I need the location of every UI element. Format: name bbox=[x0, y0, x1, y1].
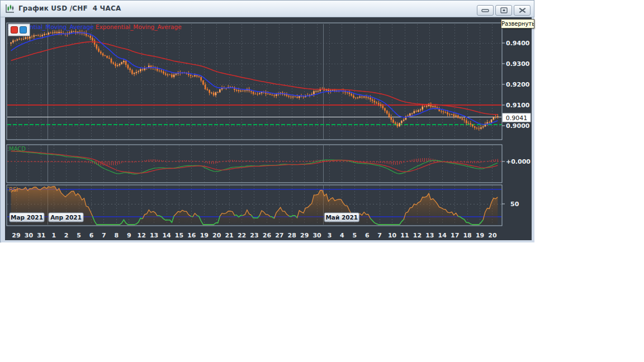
month-badge-label: Мар 2021 bbox=[11, 214, 43, 221]
day-label: 28 bbox=[288, 232, 296, 239]
day-label: 6 bbox=[365, 232, 370, 239]
rsi-label: RSI bbox=[9, 187, 18, 193]
ema-fast-swatch-button[interactable] bbox=[20, 27, 27, 34]
day-label: 29 bbox=[300, 232, 309, 239]
day-label: 5 bbox=[353, 232, 357, 239]
day-label: 12 bbox=[413, 232, 422, 239]
day-label: 26 bbox=[263, 232, 272, 239]
indicator-buttons bbox=[8, 24, 30, 36]
day-label: 31 bbox=[37, 232, 45, 239]
day-label: 8 bbox=[115, 232, 119, 239]
price-tick-label: 0.9100 bbox=[506, 102, 530, 109]
close-icon bbox=[519, 7, 526, 13]
day-label: 10 bbox=[388, 232, 397, 239]
rsi-axis-label: 50 bbox=[510, 201, 519, 208]
chart-window: График USD /CHF 4 ЧАСА Развернуть bbox=[0, 0, 534, 242]
minimize-icon bbox=[481, 8, 489, 13]
day-label: 11 bbox=[400, 232, 409, 239]
day-label: 22 bbox=[238, 232, 246, 239]
tooltip: Развернуть bbox=[501, 19, 534, 28]
day-label: 12 bbox=[138, 232, 146, 239]
tooltip-text: Развернуть bbox=[501, 21, 534, 27]
day-label: 30 bbox=[25, 232, 34, 239]
day-label: 4 bbox=[340, 232, 344, 239]
price-tick-label: 0.9200 bbox=[506, 81, 530, 88]
day-label: 16 bbox=[187, 232, 196, 239]
month-badge-label: Апр 2021 bbox=[50, 214, 82, 221]
day-label: 9 bbox=[127, 232, 131, 239]
day-label: 15 bbox=[175, 232, 183, 239]
day-label: 17 bbox=[451, 232, 459, 239]
ema-slow-swatch-button[interactable] bbox=[11, 27, 18, 34]
current-price-value: 0.9041 bbox=[506, 115, 528, 122]
maximize-button[interactable] bbox=[495, 5, 512, 16]
price-tick-label: 0.9400 bbox=[506, 40, 530, 47]
day-label: 14 bbox=[162, 232, 171, 239]
day-label: 19 bbox=[200, 232, 209, 239]
current-price-tag: 0.9041 bbox=[503, 113, 531, 122]
price-tick-label: 0.9000 bbox=[506, 122, 530, 130]
day-label: 27 bbox=[275, 232, 283, 239]
day-label: 30 bbox=[312, 232, 321, 239]
day-label: 2 bbox=[64, 232, 69, 239]
macd-label: MACD bbox=[9, 146, 26, 152]
candlestick-chart-icon bbox=[5, 4, 15, 13]
day-label: 13 bbox=[150, 232, 158, 239]
day-label: 13 bbox=[425, 232, 434, 239]
day-label: 18 bbox=[463, 232, 471, 239]
maximize-icon bbox=[500, 7, 508, 13]
day-label: 20 bbox=[212, 232, 221, 239]
titlebar[interactable]: График USD /CHF 4 ЧАСА bbox=[1, 1, 534, 17]
window-title: График USD /CHF 4 ЧАСА bbox=[18, 4, 121, 12]
day-label: 1 bbox=[51, 232, 56, 239]
day-label: 19 bbox=[476, 232, 484, 239]
day-label: 14 bbox=[438, 232, 447, 239]
day-label: 7 bbox=[102, 232, 106, 239]
day-label: 6 bbox=[89, 232, 94, 239]
macd-axis-label: +0.000 bbox=[506, 158, 531, 165]
day-label: 5 bbox=[77, 232, 81, 239]
day-label: 29 bbox=[12, 232, 20, 239]
chart-canvas[interactable]: Мар 2021Апр 2021Май 20210.94000.93000.92… bbox=[1, 17, 534, 242]
day-label: 23 bbox=[250, 232, 258, 239]
day-label: 7 bbox=[377, 232, 382, 239]
day-label: 3 bbox=[328, 232, 332, 239]
close-button[interactable] bbox=[514, 5, 531, 16]
day-label: 20 bbox=[488, 232, 497, 239]
legend-ema-slow: Exponential_Moving_Average bbox=[96, 23, 182, 31]
minimize-button[interactable] bbox=[477, 5, 494, 16]
day-label: 21 bbox=[225, 232, 233, 239]
month-badge-label: Май 2021 bbox=[325, 214, 358, 221]
price-tick-label: 0.9300 bbox=[506, 60, 530, 68]
